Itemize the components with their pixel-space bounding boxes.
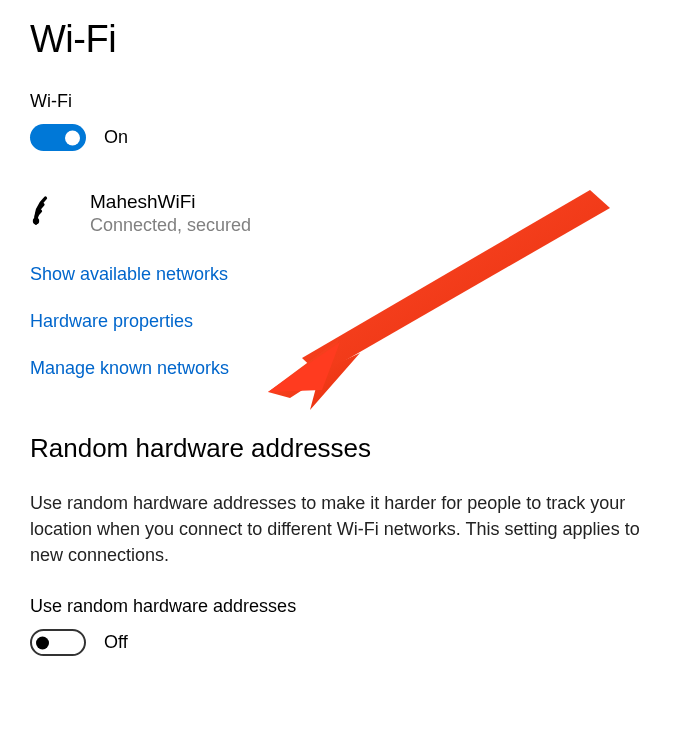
wifi-toggle-row: On	[30, 124, 650, 151]
svg-marker-3	[268, 342, 340, 392]
network-info: MaheshWiFi Connected, secured	[90, 191, 251, 236]
current-network[interactable]: MaheshWiFi Connected, secured	[30, 191, 650, 236]
random-hw-description: Use random hardware addresses to make it…	[30, 490, 640, 568]
random-hw-toggle-state-label: Off	[104, 632, 128, 653]
random-hw-toggle-row: Off	[30, 629, 650, 656]
random-hw-toggle[interactable]	[30, 629, 86, 656]
random-hw-label: Use random hardware addresses	[30, 596, 650, 617]
svg-marker-2	[268, 340, 360, 410]
wifi-signal-icon	[30, 193, 72, 229]
network-name: MaheshWiFi	[90, 191, 251, 213]
toggle-knob	[36, 636, 49, 649]
random-hw-heading: Random hardware addresses	[30, 433, 650, 464]
show-available-networks-link[interactable]: Show available networks	[30, 264, 228, 285]
toggle-knob	[65, 130, 80, 145]
svg-point-0	[33, 218, 39, 224]
wifi-section-label: Wi-Fi	[30, 91, 650, 112]
page-title: Wi-Fi	[30, 18, 650, 61]
network-status: Connected, secured	[90, 215, 251, 236]
hardware-properties-link[interactable]: Hardware properties	[30, 311, 193, 332]
manage-known-networks-link[interactable]: Manage known networks	[30, 358, 229, 379]
wifi-toggle-state-label: On	[104, 127, 128, 148]
wifi-toggle[interactable]	[30, 124, 86, 151]
